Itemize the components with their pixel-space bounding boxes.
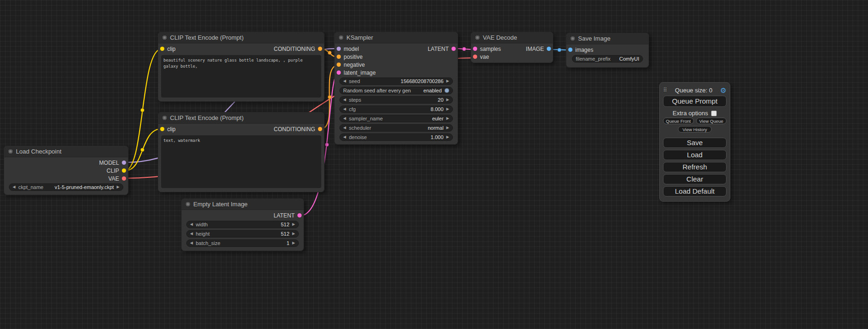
- clear-button[interactable]: Clear: [663, 174, 727, 184]
- clip-slot-dot[interactable]: [160, 127, 164, 131]
- node-title-bar[interactable]: CLIP Text Encode (Prompt): [158, 32, 324, 43]
- arrow-left-icon[interactable]: ◀: [343, 98, 346, 102]
- refresh-button[interactable]: Refresh: [663, 162, 727, 172]
- prompt-textarea[interactable]: text, watermark: [161, 135, 321, 188]
- widget-filename-prefix[interactable]: filename_prefix ComfyUI: [572, 55, 643, 63]
- arrow-left-icon[interactable]: ◀: [13, 185, 15, 189]
- arrow-right-icon[interactable]: ▶: [446, 107, 449, 111]
- load-default-button[interactable]: Load Default: [663, 186, 727, 196]
- clip-slot-dot[interactable]: [160, 47, 164, 51]
- arrow-right-icon[interactable]: ▶: [446, 98, 449, 102]
- collapse-toggle-icon[interactable]: [162, 35, 167, 40]
- node-clip-text-encode-positive[interactable]: CLIP Text Encode (Prompt) clip CONDITION…: [158, 32, 325, 102]
- output-slot-image[interactable]: IMAGE: [526, 46, 551, 52]
- image-slot-dot[interactable]: [568, 48, 572, 52]
- arrow-right-icon[interactable]: ▶: [446, 79, 449, 83]
- widget-seed[interactable]: ◀ seed 156680208700286 ▶: [339, 77, 453, 85]
- clip-slot-dot[interactable]: [122, 168, 126, 173]
- arrow-left-icon[interactable]: ◀: [343, 126, 346, 130]
- arrow-left-icon[interactable]: ◀: [190, 241, 193, 245]
- arrow-right-icon[interactable]: ▶: [292, 223, 295, 226]
- collapse-toggle-icon[interactable]: [162, 116, 167, 120]
- vae-slot-dot[interactable]: [122, 176, 126, 181]
- node-empty-latent-image[interactable]: Empty Latent Image LATENT ◀ width 512 ▶ …: [181, 198, 304, 251]
- node-ksampler[interactable]: KSampler model LATENT positive: [334, 32, 458, 145]
- node-title-bar[interactable]: Load Checkpoint: [4, 146, 128, 157]
- widget-sampler-name[interactable]: ◀ sampler_name euler ▶: [339, 115, 453, 122]
- widget-height[interactable]: ◀ height 512 ▶: [186, 230, 299, 238]
- input-slot-latent-image[interactable]: latent_image: [337, 70, 376, 76]
- arrow-right-icon[interactable]: ▶: [117, 185, 120, 189]
- widget-ckpt-name[interactable]: ◀ ckpt_name v1-5-pruned-emaonly.ckpt ▶: [9, 183, 123, 191]
- widget-cfg[interactable]: ◀ cfg 8.000 ▶: [339, 105, 453, 113]
- arrow-right-icon[interactable]: ▶: [446, 117, 449, 120]
- node-load-checkpoint[interactable]: Load Checkpoint MODEL CLIP VAE: [4, 146, 128, 195]
- input-slot-vae[interactable]: vae: [473, 54, 489, 60]
- output-slot-conditioning[interactable]: CONDITIONING: [274, 126, 322, 133]
- latent-slot-dot[interactable]: [337, 70, 341, 75]
- vae-slot-dot[interactable]: [473, 55, 477, 59]
- node-save-image[interactable]: Save Image images filename_prefix ComfyU…: [566, 33, 649, 68]
- model-slot-dot[interactable]: [337, 47, 341, 51]
- output-slot-clip[interactable]: CLIP: [106, 168, 126, 174]
- collapse-toggle-icon[interactable]: [186, 202, 190, 206]
- model-slot-dot[interactable]: [122, 161, 126, 165]
- arrow-left-icon[interactable]: ◀: [343, 135, 346, 139]
- input-slot-positive[interactable]: positive: [337, 54, 363, 60]
- node-title-bar[interactable]: Save Image: [566, 33, 649, 44]
- output-slot-vae[interactable]: VAE: [108, 175, 126, 182]
- widget-steps[interactable]: ◀ steps 20 ▶: [339, 96, 453, 104]
- latent-slot-dot[interactable]: [452, 47, 456, 51]
- collapse-toggle-icon[interactable]: [339, 35, 343, 40]
- collapse-toggle-icon[interactable]: [571, 36, 575, 41]
- queue-prompt-button[interactable]: Queue Prompt: [663, 96, 727, 107]
- widget-random-seed-toggle[interactable]: Random seed after every gen enabled: [339, 87, 453, 94]
- conditioning-slot-dot[interactable]: [318, 127, 322, 131]
- output-slot-latent[interactable]: LATENT: [274, 212, 302, 219]
- node-title-bar[interactable]: VAE Decode: [471, 32, 553, 43]
- arrow-left-icon[interactable]: ◀: [343, 107, 346, 111]
- arrow-right-icon[interactable]: ▶: [446, 126, 449, 130]
- node-title-bar[interactable]: KSampler: [335, 32, 458, 43]
- arrow-right-icon[interactable]: ▶: [446, 135, 449, 139]
- widget-batch-size[interactable]: ◀ batch_size 1 ▶: [186, 239, 299, 247]
- arrow-left-icon[interactable]: ◀: [190, 223, 193, 226]
- view-queue-button[interactable]: View Queue: [696, 118, 727, 124]
- latent-slot-dot[interactable]: [473, 47, 477, 51]
- load-button[interactable]: Load: [663, 150, 727, 160]
- arrow-left-icon[interactable]: ◀: [190, 232, 193, 236]
- toggle-dot[interactable]: [445, 88, 449, 93]
- output-slot-model[interactable]: MODEL: [99, 160, 126, 166]
- prompt-textarea[interactable]: beautiful scenery nature glass bottle la…: [161, 55, 321, 98]
- input-slot-clip[interactable]: clip: [160, 126, 176, 133]
- widget-denoise[interactable]: ◀ denoise 1.000 ▶: [339, 133, 453, 141]
- input-slot-negative[interactable]: negative: [337, 62, 365, 68]
- node-title-bar[interactable]: Empty Latent Image: [182, 199, 303, 210]
- input-slot-samples[interactable]: samples: [473, 46, 501, 52]
- node-title-bar[interactable]: CLIP Text Encode (Prompt): [158, 112, 324, 124]
- drag-handle-icon[interactable]: ⠿: [663, 87, 667, 93]
- view-history-button[interactable]: View History: [678, 126, 712, 133]
- extra-options-checkbox[interactable]: [711, 111, 717, 116]
- queue-front-button[interactable]: Queue Front: [663, 118, 694, 124]
- arrow-right-icon[interactable]: ▶: [292, 241, 295, 245]
- output-slot-conditioning[interactable]: CONDITIONING: [274, 46, 322, 52]
- input-slot-images[interactable]: images: [568, 47, 593, 53]
- settings-gear-icon[interactable]: ⚙: [720, 87, 727, 94]
- input-slot-clip[interactable]: clip: [160, 46, 176, 52]
- save-button[interactable]: Save: [663, 138, 727, 148]
- node-graph-canvas[interactable]: Load Checkpoint MODEL CLIP VAE: [0, 0, 868, 329]
- arrow-right-icon[interactable]: ▶: [292, 232, 295, 236]
- input-slot-model[interactable]: model: [337, 46, 359, 52]
- collapse-toggle-icon[interactable]: [8, 149, 13, 154]
- output-slot-latent[interactable]: LATENT: [428, 46, 456, 52]
- latent-slot-dot[interactable]: [297, 213, 302, 217]
- arrow-left-icon[interactable]: ◀: [343, 117, 346, 120]
- node-vae-decode[interactable]: VAE Decode samples IMAGE vae: [471, 32, 553, 63]
- conditioning-slot-dot[interactable]: [337, 55, 341, 59]
- collapse-toggle-icon[interactable]: [475, 35, 480, 40]
- node-clip-text-encode-negative[interactable]: CLIP Text Encode (Prompt) clip CONDITION…: [158, 112, 325, 192]
- widget-scheduler[interactable]: ◀ scheduler normal ▶: [339, 124, 453, 132]
- conditioning-slot-dot[interactable]: [318, 47, 322, 51]
- image-slot-dot[interactable]: [547, 47, 551, 51]
